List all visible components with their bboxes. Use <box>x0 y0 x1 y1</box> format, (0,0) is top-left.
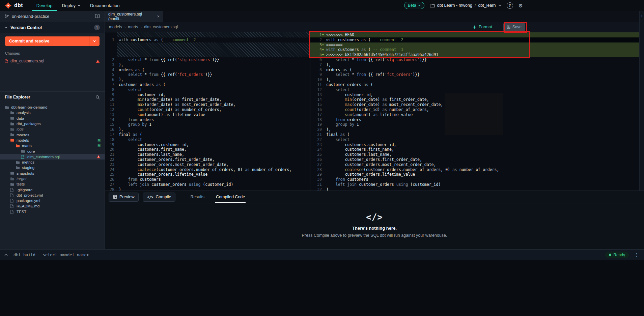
tree-item-core[interactable]: core <box>0 148 105 154</box>
plus-icon[interactable]: + <box>640 14 644 18</box>
tree-item-README.md[interactable]: README.md <box>0 203 105 209</box>
tree-item-dbt_packages[interactable]: dbt_packages <box>0 121 105 126</box>
close-icon[interactable]: × <box>154 14 160 19</box>
code-line[interactable]: 26 from customers <box>105 177 310 182</box>
tree-item-dim_customers.sql[interactable]: dim_customers.sql <box>0 154 105 160</box>
tree-item-models[interactable]: modelsM <box>0 138 105 143</box>
code-line[interactable]: 10 min(order_date) as first_order_date, <box>105 97 310 102</box>
code-line[interactable]: 29 customer_orders.lifetime_value <box>310 172 639 177</box>
code-line[interactable]: 31 left join customer_orders using (cust… <box>310 182 639 187</box>
compile-button[interactable]: </> Compile <box>143 193 175 202</box>
code-line[interactable]: 23 customer_orders.most_recent_order_dat… <box>105 162 310 167</box>
save-button[interactable]: Save <box>503 23 525 31</box>
commit-options-caret[interactable] <box>89 36 100 46</box>
code-line[interactable]: 22 customer_orders.first_order_date, <box>105 157 310 162</box>
code-line[interactable]: 9 select * from {{ ref('fct_orders')}} <box>310 72 639 77</box>
code-line[interactable]: 22 select <box>310 137 639 142</box>
commit-and-resolve-button[interactable]: Commit and resolve <box>5 36 100 46</box>
code-line[interactable]: 6 select * from {{ ref('stg_customers')}… <box>310 57 639 62</box>
code-line[interactable]: 6), <box>105 77 310 82</box>
code-line[interactable]: 2with customers as ( -- comment 2 <box>310 37 639 42</box>
preview-button[interactable]: Preview <box>109 193 139 202</box>
tree-item-tests[interactable]: tests <box>0 181 105 187</box>
code-line[interactable]: 15 group by 1 <box>105 122 310 127</box>
tree-item-data[interactable]: data <box>0 116 105 121</box>
code-line[interactable]: 28 coalesce(customer_orders.number_of_or… <box>310 167 639 172</box>
code-line[interactable]: 4orders as ( <box>105 67 310 73</box>
code-line[interactable]: 7), <box>310 62 639 67</box>
code-line[interactable]: 28) <box>105 187 310 191</box>
command-input[interactable] <box>13 252 250 258</box>
kebab-menu-icon[interactable]: ⋮ <box>634 252 639 257</box>
nav-item-documentation[interactable]: Documentation <box>85 0 124 11</box>
tree-item-snapshots[interactable]: snapshots <box>0 171 105 176</box>
code-line[interactable]: 25 customer_orders.lifetime_value <box>105 172 310 177</box>
code-line[interactable]: 9 customer_id, <box>105 92 310 97</box>
breadcrumb-models[interactable]: models <box>109 25 122 29</box>
code-line[interactable]: 16), <box>105 127 310 132</box>
tree-item-logs[interactable]: logs <box>0 126 105 132</box>
left-code-pane[interactable]: 1with customers as ( -- comment 22 selec… <box>105 32 310 191</box>
tab-dim-customers[interactable]: dim_customers.sql (confli... × <box>105 11 163 22</box>
code-line[interactable]: 5+>>>>>>> b81f802a66fd544504c65721e3ffaa… <box>310 52 639 57</box>
nav-item-deploy[interactable]: Deploy <box>57 0 85 11</box>
tree-item-dbt_project.yml[interactable]: dbt_project.yml <box>0 193 105 198</box>
tree-item-packages.yml[interactable]: packages.yml <box>0 198 105 203</box>
nav-item-develop[interactable]: Develop <box>32 0 57 11</box>
dbt-logo[interactable]: dbt <box>5 2 23 9</box>
code-line[interactable]: 5 select * from {{ ref('fct_orders')}} <box>105 72 310 77</box>
tab-compiled-code[interactable]: Compiled Code <box>215 191 246 203</box>
tree-item-marts[interactable]: martsM <box>0 143 105 148</box>
code-line[interactable]: 11 max(order_date) as most_recent_order_… <box>105 102 310 107</box>
code-line[interactable]: 26 customer_orders.first_order_date, <box>310 157 639 162</box>
code-line[interactable]: 1with customers as ( -- comment 2 <box>105 37 310 42</box>
chevron-up-icon[interactable] <box>4 253 8 257</box>
code-line[interactable]: 24 coalesce(customer_orders.number_of_or… <box>105 167 310 172</box>
book-icon[interactable] <box>95 14 100 19</box>
tree-item-.gitignore[interactable]: .gitignore <box>0 187 105 192</box>
code-line[interactable]: 30 from customers <box>310 177 639 182</box>
code-line[interactable]: 3), <box>105 62 310 67</box>
format-button[interactable]: Format <box>472 25 492 29</box>
help-icon[interactable]: ? <box>507 2 513 9</box>
code-line[interactable]: 25 customers.last_name, <box>310 152 639 157</box>
tree-item-metrics[interactable]: metrics <box>0 160 105 165</box>
code-line[interactable]: 21 customers.last_name, <box>105 152 310 157</box>
breadcrumb-file[interactable]: dim_customers.sql <box>144 25 178 29</box>
tree-item-macros[interactable]: macros <box>0 132 105 137</box>
breadcrumb-marts[interactable]: marts <box>128 25 138 29</box>
tree-item-dbt-learn-on-demand[interactable]: dbt-learn-on-demand <box>0 105 105 110</box>
git-branch-selector[interactable]: on-demand-practice <box>0 11 105 22</box>
code-line[interactable]: 10), <box>310 77 639 82</box>
code-line[interactable]: 7customer_orders as ( <box>105 82 310 87</box>
code-line[interactable]: 11customer_orders as ( <box>310 82 639 87</box>
code-line[interactable]: 12 select <box>310 87 639 92</box>
code-line[interactable]: 32) <box>310 187 639 191</box>
version-control-header[interactable]: Version Control 1 <box>0 22 105 33</box>
code-line[interactable]: 19 customers.customer_id, <box>105 142 310 147</box>
code-line[interactable]: 4+with customers as ( -- comment 1 <box>310 47 639 52</box>
code-line[interactable]: 12 count(order_id) as number_of_orders, <box>105 107 310 112</box>
search-icon[interactable] <box>95 95 100 99</box>
code-line[interactable]: 8orders as ( <box>310 67 639 73</box>
tree-item-TEST[interactable]: TEST <box>0 209 105 214</box>
account-project-selector[interactable]: dbt Learn - mwong / dbt_learn <box>430 3 501 8</box>
code-line[interactable]: 17final as ( <box>105 132 310 137</box>
code-line[interactable]: 13 sum(amount) as lifetime_value <box>105 112 310 117</box>
code-line[interactable]: 20 customers.first_name, <box>105 147 310 152</box>
beta-badge[interactable]: Beta <box>404 2 424 9</box>
code-line[interactable]: 2 select * from {{ ref('stg_customers')}… <box>105 57 310 62</box>
code-line[interactable]: 8 select <box>105 87 310 92</box>
code-line[interactable]: 3+======= <box>310 42 639 48</box>
code-line[interactable]: 23 customers.customer_id, <box>310 142 639 147</box>
tree-item-staging[interactable]: staging <box>0 165 105 170</box>
tree-item-analysis[interactable]: analysis <box>0 110 105 115</box>
code-line[interactable]: 27 left join customer_orders using (cust… <box>105 182 310 187</box>
code-line[interactable]: 14 from orders <box>105 117 310 122</box>
code-line[interactable]: 18 select <box>105 137 310 142</box>
gear-icon[interactable]: ⚙ <box>519 3 523 8</box>
changed-file-row[interactable]: dim_customers.sql <box>0 57 105 65</box>
code-line[interactable]: 24 customers.first_name, <box>310 147 639 152</box>
tree-item-target[interactable]: target <box>0 176 105 181</box>
code-line[interactable]: 27 customer_orders.most_recent_order_dat… <box>310 162 639 167</box>
